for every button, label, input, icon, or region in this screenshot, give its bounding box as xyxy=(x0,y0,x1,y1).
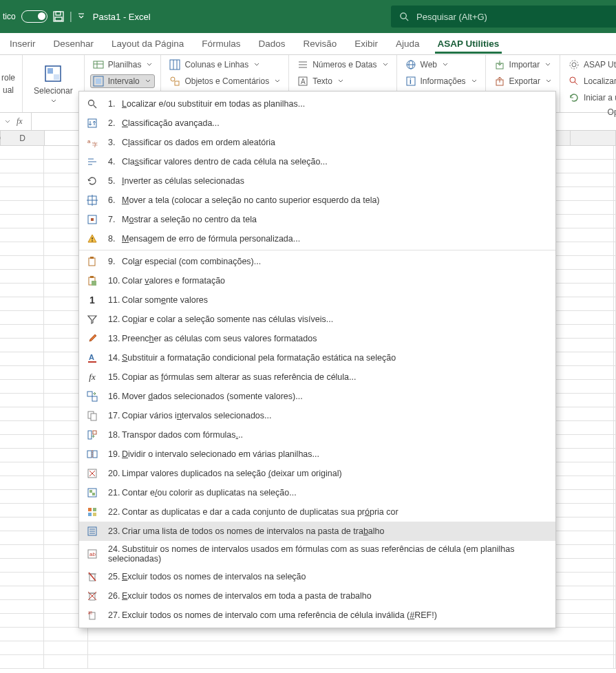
role-partial-label: role xyxy=(1,73,15,83)
menu-item-label: 15. Copiar as fórmulas sem alterar as su… xyxy=(108,372,356,382)
menu-item-24[interactable]: ab24. Substituir os nomes de intervalos … xyxy=(79,541,555,567)
svg-rect-70 xyxy=(89,490,92,493)
menu-item-label: 7. Mostrar a seleção no centro da tela xyxy=(108,215,257,224)
menu-item-19[interactable]: 19. Dividir o intervalo selecionado em v… xyxy=(79,445,555,464)
svg-line-34 xyxy=(575,82,577,85)
menu-item-14[interactable]: A14. Substituir a formatação condicional… xyxy=(79,348,555,367)
tab-desenhar[interactable]: Desenhar xyxy=(51,34,97,53)
sheets-icon xyxy=(93,59,104,70)
search-box[interactable]: Pesquisar (Alt+G) xyxy=(391,6,616,28)
svg-rect-74 xyxy=(88,513,92,516)
grid-row xyxy=(0,628,616,641)
menu-item-2[interactable]: 2. Classificação avançada... xyxy=(79,114,555,133)
customize-qat-icon[interactable] xyxy=(78,13,85,20)
objetos-comentarios-button[interactable]: Objetos e Comentários xyxy=(167,74,283,88)
svg-rect-47 xyxy=(91,218,94,221)
menu-item-7[interactable]: 7. Mostrar a seleção no centro da tela xyxy=(79,210,555,229)
select-icon xyxy=(43,64,63,83)
menu-item-20[interactable]: 20. Limpar valores duplicados na seleção… xyxy=(79,464,555,483)
save-icon[interactable] xyxy=(53,11,64,22)
paste-icon xyxy=(86,255,98,268)
web-button[interactable]: Web xyxy=(403,58,480,72)
menu-item-label: 5. Inverter as células selecionadas xyxy=(108,176,244,186)
menu-item-22[interactable]: 22. Contar as duplicatas e dar a cada co… xyxy=(79,502,555,522)
svg-rect-57 xyxy=(87,392,92,396)
warning-icon xyxy=(86,233,98,245)
selecionar-label: Selecionar xyxy=(34,86,73,96)
menu-item-12[interactable]: 12. Copiar e colar a seleção somente nas… xyxy=(79,310,555,329)
tab-formulas[interactable]: Fórmulas xyxy=(199,34,243,53)
menu-item-label: 20. Limpar valores duplicados na seleção… xyxy=(108,469,342,478)
colunas-linhas-button[interactable]: Colunas e Linhas xyxy=(167,58,283,72)
menu-item-label: 27. Excluir todos os nomes de intervalo … xyxy=(108,610,437,620)
del-ref-icon: #! xyxy=(86,609,98,621)
intervalo-dropdown-menu: 1. Localizar e/ou substituir em todas as… xyxy=(78,91,556,628)
menu-item-8[interactable]: 8. Mensagem de erro de fórmula personali… xyxy=(79,229,555,248)
selecionar-button[interactable]: Selecionar xyxy=(30,61,77,107)
asap-utilities-button[interactable]: ASAP Utilitie xyxy=(566,58,616,72)
menu-item-1[interactable]: 1. Localizar e/ou substituir em todas as… xyxy=(79,94,555,114)
menu-item-26[interactable]: 26. Excluir todos os nomes de intervalos… xyxy=(79,586,555,606)
menu-item-23[interactable]: 23. Criar uma lista de todos os nomes de… xyxy=(79,522,555,541)
planilhas-button[interactable]: Planilhas xyxy=(90,58,156,72)
autosave-label-partial: tico xyxy=(3,12,16,21)
menu-item-10[interactable]: 10. Colar valores e formatação xyxy=(79,271,555,290)
iniciar-ultima-button[interactable]: Iniciar a últi xyxy=(566,91,616,105)
web-icon xyxy=(405,59,416,70)
svg-rect-51 xyxy=(90,257,94,259)
menu-item-label: 4. Classificar valores dentro de cada cé… xyxy=(108,157,328,167)
tab-exibir[interactable]: Exibir xyxy=(352,34,381,53)
menu-item-16[interactable]: 16. Mover dados selecionados (somente va… xyxy=(79,387,555,406)
export-icon xyxy=(494,76,505,87)
tab-dados[interactable]: Dados xyxy=(255,34,288,53)
del-sel-icon xyxy=(86,570,98,583)
menu-item-15[interactable]: fx15. Copiar as fórmulas sem alterar as … xyxy=(79,367,555,387)
exportar-button[interactable]: Exportar xyxy=(491,74,554,88)
svg-rect-14 xyxy=(170,60,180,70)
fx-icon: fx xyxy=(86,371,98,383)
tab-layout[interactable]: Layout da Página xyxy=(109,34,187,53)
tab-ajuda[interactable]: Ajuda xyxy=(393,34,423,53)
menu-item-label: 24. Substituir os nomes de intervalos us… xyxy=(108,544,547,564)
menu-item-4[interactable]: 4. Classificar valores dentro de cada cé… xyxy=(79,152,555,171)
menu-item-13[interactable]: 13. Preencher as células com seus valore… xyxy=(79,329,555,348)
svg-rect-9 xyxy=(94,61,103,68)
informacoes-button[interactable]: iInformações xyxy=(403,74,480,88)
svg-rect-7 xyxy=(47,68,53,74)
texto-button[interactable]: ATexto xyxy=(295,74,390,88)
menu-item-17[interactable]: 17. Copiar vários intervalos selecionado… xyxy=(79,406,555,425)
svg-text:A: A xyxy=(89,353,94,361)
grid-row xyxy=(0,641,616,655)
svg-rect-63 xyxy=(87,451,92,458)
menu-item-27[interactable]: #!27. Excluir todos os nomes de interval… xyxy=(79,606,555,625)
menu-item-label: 2. Classificação avançada... xyxy=(108,118,220,128)
intervalo-button[interactable]: Intervalo xyxy=(90,74,156,88)
tab-inserir[interactable]: Inserir xyxy=(7,34,39,53)
menu-item-3[interactable]: a字3. Classificar os dados em ordem aleat… xyxy=(79,133,555,152)
copy-icon xyxy=(86,409,98,422)
random-icon: a字 xyxy=(86,136,98,149)
autosave-toggle[interactable] xyxy=(21,10,47,23)
menu-item-21[interactable]: 21. Contar e/ou colorir as duplicatas na… xyxy=(79,483,555,502)
menu-item-11[interactable]: 111. Colar somente valores xyxy=(79,290,555,310)
chevron-down-icon[interactable] xyxy=(4,118,11,125)
menu-item-25[interactable]: 25. Excluir todos os nomes de intervalos… xyxy=(79,567,555,586)
menu-item-9[interactable]: 9. Colar especial (com combinações)... xyxy=(79,252,555,271)
tab-asap-utilities[interactable]: ASAP Utilities xyxy=(435,34,502,53)
columns-rows-icon xyxy=(169,59,180,70)
col-d[interactable]: D xyxy=(1,131,45,145)
numeros-datas-button[interactable]: Números e Datas xyxy=(295,58,390,72)
svg-point-49 xyxy=(92,240,93,242)
funnel-icon xyxy=(86,313,98,325)
tab-revisao[interactable]: Revisão xyxy=(300,34,339,53)
importar-button[interactable]: Importar xyxy=(491,58,554,72)
menu-item-18[interactable]: 18. Transpor dados com fórmulas... xyxy=(79,425,555,445)
paste-fmt-icon xyxy=(86,275,98,287)
menu-item-6[interactable]: 6. Mover a tela (colocar a seleção no ca… xyxy=(79,191,555,210)
grid-move-icon xyxy=(86,390,98,403)
fx-icon[interactable]: fx xyxy=(17,116,23,127)
search-placeholder: Pesquisar (Alt+G) xyxy=(416,12,487,22)
localizar-executar-button[interactable]: Localizar e e xyxy=(566,74,616,88)
menu-item-5[interactable]: 5. Inverter as células selecionadas xyxy=(79,171,555,191)
brush-icon xyxy=(86,332,98,345)
